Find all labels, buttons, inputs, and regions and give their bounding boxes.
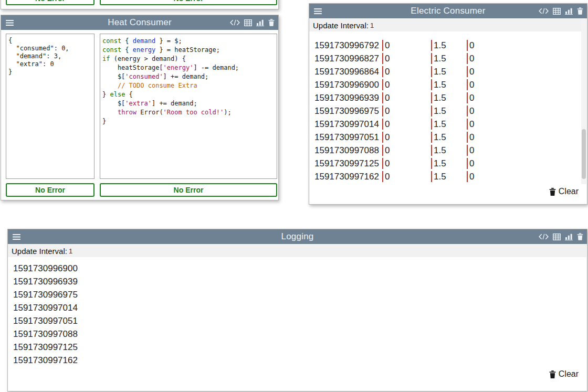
no-error-button[interactable]: No Error	[100, 183, 277, 197]
table-cell: 0	[382, 79, 431, 90]
table-cell: 0	[467, 158, 582, 169]
code-icon[interactable]	[230, 19, 240, 26]
code-line: $['extra'] += demand;	[102, 99, 275, 108]
table-cell: 0	[382, 66, 431, 77]
log-entry: 1591730997162	[13, 354, 78, 367]
table-cell: 1591730997125	[309, 158, 382, 169]
no-error-button[interactable]: No Error	[6, 183, 94, 197]
table-cell: 1.5	[431, 171, 467, 182]
clear-button[interactable]: Clear	[549, 187, 579, 196]
log-entry: 1591730997014	[13, 301, 78, 314]
menu-icon[interactable]	[13, 234, 20, 240]
table-cell: 1591730997051	[309, 132, 382, 143]
table-cell: 0	[467, 105, 582, 116]
table-row: 159173099701401.50	[309, 118, 582, 131]
trash-icon	[549, 188, 556, 196]
table-cell: 0	[467, 40, 582, 51]
table-cell: 0	[382, 53, 431, 64]
no-error-button[interactable]: No Error	[6, 0, 94, 5]
table-row: 159173099712501.50	[309, 157, 582, 170]
code-line: heatStorage['energy'] -= demand;	[102, 63, 275, 72]
code-line: // TODO consume Extra	[102, 81, 275, 90]
table-cell: 0	[467, 92, 582, 103]
widget-header: Logging	[8, 229, 587, 244]
widget-title: Logging	[8, 231, 587, 242]
clear-button[interactable]: Clear	[549, 369, 579, 379]
table-cell: 0	[467, 171, 582, 182]
trash-icon[interactable]	[577, 233, 583, 240]
log-entry: 1591730997051	[13, 314, 78, 327]
scrollbar-track[interactable]	[581, 19, 586, 184]
code-line: if (energy > demand) {	[102, 55, 275, 63]
no-error-button[interactable]: No Error	[100, 0, 277, 5]
table-cell: 0	[467, 79, 582, 90]
trash-icon[interactable]	[577, 7, 583, 15]
json-line: {	[8, 37, 92, 45]
data-table: 159173099679201.50159173099682701.501591…	[309, 39, 582, 183]
code-line: } else {	[102, 90, 275, 99]
table-icon[interactable]	[244, 19, 252, 26]
table-cell: 1.5	[431, 145, 467, 156]
table-icon[interactable]	[553, 234, 561, 240]
table-cell: 0	[382, 92, 431, 103]
table-cell: 1.5	[431, 79, 467, 90]
update-interval-input[interactable]: 1	[69, 247, 586, 255]
table-cell: 1.5	[431, 119, 467, 130]
electric-consumer-widget: Electric Consumer Update Interval: 1 159…	[309, 3, 587, 205]
table-cell: 1.5	[431, 158, 467, 169]
code-icon[interactable]	[539, 8, 549, 14]
table-row: 159173099716201.50	[309, 170, 582, 183]
log-entry: 1591730997125	[13, 341, 78, 354]
code-line: }	[102, 117, 275, 126]
table-cell: 0	[382, 40, 431, 51]
table-cell: 1.5	[431, 132, 467, 143]
table-row: 159173099697501.50	[309, 104, 582, 118]
json-line: "extra": 0	[8, 60, 92, 68]
heat-consumer-widget: Heat Consumer { "consumed": 0, "demand":…	[1, 15, 279, 200]
table-icon[interactable]	[553, 8, 561, 15]
table-cell: 0	[382, 105, 431, 116]
menu-icon[interactable]	[6, 19, 14, 26]
log-entry: 1591730996975	[13, 288, 78, 301]
code-editor[interactable]: const { demand } = $;const { energy } = …	[100, 34, 277, 179]
table-cell: 0	[382, 132, 431, 143]
log-entry: 1591730997088	[13, 327, 78, 341]
clear-label: Clear	[559, 187, 579, 196]
log-entry: 1591730996900	[13, 262, 78, 275]
table-cell: 0	[382, 171, 431, 182]
header-toolbar	[539, 233, 583, 240]
scrollbar-thumb[interactable]	[582, 129, 586, 179]
table-cell: 0	[467, 66, 582, 77]
log-list: 1591730996900159173099693915917309969751…	[13, 262, 78, 367]
table-cell: 1591730997014	[309, 119, 382, 130]
table-cell: 1591730996939	[309, 93, 382, 103]
menu-icon[interactable]	[314, 8, 322, 15]
table-cell: 1591730996900	[309, 80, 382, 90]
table-cell: 1591730997088	[309, 145, 382, 156]
table-cell: 0	[382, 145, 431, 156]
update-interval-row: Update Interval: 1	[8, 245, 586, 257]
table-row: 159173099682701.50	[309, 52, 582, 65]
code-line: const { energy } = heatStorage;	[102, 46, 275, 55]
chart-icon[interactable]	[256, 19, 264, 26]
log-entry: 1591730996939	[13, 275, 78, 288]
header-toolbar	[230, 19, 275, 26]
table-row: 159173099693901.50	[309, 91, 582, 104]
code-line: throw Error('Room too cold!');	[102, 108, 275, 117]
update-interval-input[interactable]: 1	[370, 22, 586, 29]
partial-widget: No Error No Error	[1, 0, 279, 9]
table-cell: 1.5	[431, 40, 467, 51]
table-cell: 0	[382, 119, 431, 130]
logging-widget: Logging Update Interval: 1 1591730996900…	[7, 229, 587, 391]
table-row: 159173099690001.50	[309, 78, 582, 91]
trash-icon	[549, 370, 556, 378]
table-cell: 1591730996792	[309, 40, 382, 51]
widget-header: Heat Consumer	[1, 15, 278, 30]
chart-icon[interactable]	[565, 234, 573, 240]
json-line: "demand": 3,	[8, 52, 92, 60]
table-cell: 1591730996827	[309, 54, 382, 64]
chart-icon[interactable]	[565, 8, 573, 15]
trash-icon[interactable]	[268, 19, 275, 26]
table-cell: 1.5	[431, 92, 467, 103]
code-icon[interactable]	[539, 234, 549, 240]
